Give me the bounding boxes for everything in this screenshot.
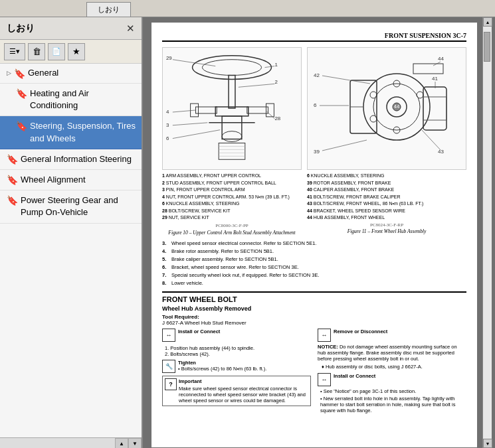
svg-text:44: 44 (394, 104, 400, 110)
sub-section-title: Wheel Hub Assembly Removed (162, 305, 466, 312)
bookmark-icon-power: 🔖 (7, 195, 18, 206)
section-divider (162, 291, 466, 293)
document-page: FRONT SUSPENSION 3C-7 (151, 23, 477, 447)
section-title: FRONT WHEEL BOLT (162, 295, 466, 303)
close-icon[interactable]: ✕ (126, 23, 135, 35)
svg-text:2: 2 (274, 79, 277, 85)
sidebar-item-power-steering-label: Power Steering Gear and Pump On-Vehicle (21, 194, 136, 218)
svg-text:28: 28 (274, 115, 280, 121)
scroll-up-arrow[interactable]: ▲ (115, 438, 128, 448)
svg-text:43: 43 (438, 149, 444, 155)
left-diagram-code: PC8000-3C-F-PP (162, 223, 302, 228)
sidebar-item-general-info[interactable]: 🔖 General Information Steering (0, 149, 142, 170)
active-tab[interactable]: しおり (86, 2, 131, 17)
sidebar-title: しおり (7, 23, 35, 35)
right-diagram-code: PC8024-3C-F-RP (307, 222, 466, 228)
svg-text:39: 39 (314, 149, 320, 155)
bookmark-icon: 🔖 (14, 68, 25, 79)
left-diagram: 29 1 2 4 3 6 (162, 47, 302, 170)
scroll-up-button[interactable]: ▲ (483, 17, 492, 27)
scroll-down-button[interactable]: ▼ (483, 439, 492, 448)
svg-text:1: 1 (274, 62, 278, 68)
svg-text:42: 42 (314, 72, 320, 78)
install-connect-icon-2: ↔ (318, 373, 331, 386)
svg-text:29: 29 (166, 55, 172, 61)
bookmark-list-button[interactable]: ☰▾ (4, 43, 25, 60)
svg-text:41: 41 (432, 76, 438, 82)
sidebar-item-steering-label: Steering, Suspension, Tires and Wheels (30, 120, 136, 144)
page-header: FRONT SUSPENSION 3C-7 (162, 32, 466, 42)
svg-text:44: 44 (438, 56, 444, 62)
sidebar-item-steering[interactable]: 🔖 Steering, Suspension, Tires and Wheels (0, 116, 142, 149)
right-diagram-legend: 6 KNUCKLE ASSEMBLY, STEERING 39 ROTOR AS… (307, 173, 466, 222)
bookmark-icon-wheel: 🔖 (7, 175, 18, 185)
sidebar-item-general[interactable]: ▷ 🔖 General (0, 64, 142, 84)
install-connect-icon: ↔ (162, 329, 175, 342)
sidebar: しおり ✕ ☰▾ 🗑 📄 ★ ▷ 🔖 General (0, 17, 143, 448)
svg-text:3: 3 (166, 122, 169, 128)
important-icon: ? (165, 378, 177, 390)
sidebar-item-general-info-label: General Information Steering (21, 153, 132, 165)
sidebar-item-heating-label: Heating and Air Conditioning (30, 88, 136, 112)
sidebar-item-heating[interactable]: 🔖 Heating and Air Conditioning (0, 84, 142, 116)
star-bookmark-button[interactable]: ★ (68, 43, 85, 60)
right-diagram-caption: Figure 11 – Front Wheel Hub Assembly (307, 228, 466, 234)
numbered-steps: 3.Wheel speed sensor electrical connecto… (162, 240, 466, 287)
sidebar-item-general-label: General (28, 68, 58, 78)
content-area: FRONT SUSPENSION 3C-7 (143, 17, 495, 448)
right-diagram: 42 41 44 43 39 6 (307, 47, 466, 170)
svg-text:6: 6 (166, 135, 169, 141)
sidebar-item-wheel-alignment-label: Wheel Alignment (21, 174, 86, 186)
delete-bookmark-button[interactable]: 🗑 (28, 43, 45, 60)
remove-connect-icon: ↔ (318, 329, 331, 342)
tighten-icon: 🔧 (162, 360, 175, 373)
scroll-down-arrow[interactable]: ▼ (128, 438, 142, 448)
vertical-scrollbar[interactable]: ▲ ▼ (482, 17, 492, 448)
parts-list: 1 ARM ASSEMBLY, FRONT UPPER CONTROL 2 ST… (162, 173, 302, 222)
bookmark-icon-heating: 🔖 (16, 88, 27, 99)
left-diagram-caption: Figure 10 – Upper Control Arm Bolt Stud … (162, 230, 302, 236)
bookmark-icon-general-info: 🔖 (7, 154, 18, 165)
svg-text:6: 6 (314, 102, 317, 108)
svg-text:4: 4 (166, 109, 169, 115)
tool-required: Tool Required: J 6627-A Wheel Hub Stud R… (162, 314, 466, 326)
bookmark-icon-steering: 🔖 (16, 121, 27, 131)
sidebar-item-power-steering[interactable]: 🔖 Power Steering Gear and Pump On-Vehicl… (0, 190, 142, 223)
sidebar-item-wheel-alignment[interactable]: 🔖 Wheel Alignment (0, 170, 142, 190)
export-bookmark-button[interactable]: 📄 (48, 43, 65, 60)
scroll-thumb[interactable] (484, 32, 490, 62)
